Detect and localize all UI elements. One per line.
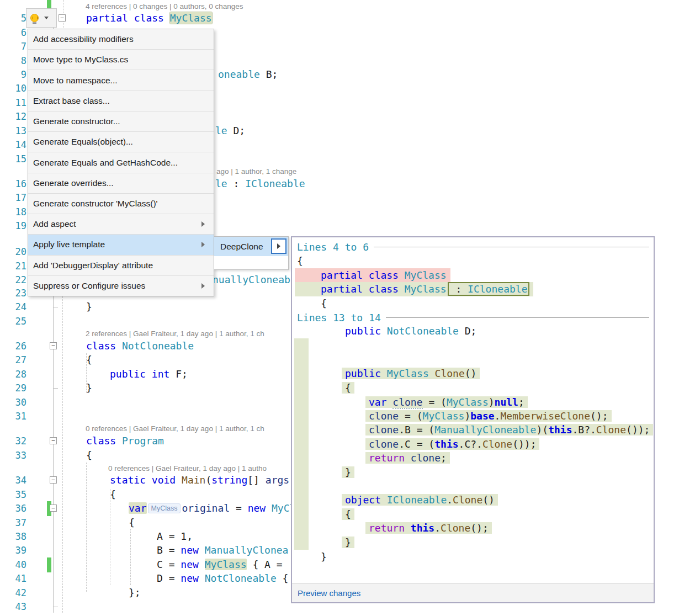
submenu-item-label: DeepClone [220, 242, 263, 252]
code-token: .C?. [459, 438, 482, 450]
codelens-info[interactable]: 0 references | Gael Fraiteur, 1 day ago … [108, 463, 267, 474]
menu-item-generate-overrides[interactable]: Generate overrides... [28, 173, 214, 193]
code-line: { [129, 516, 135, 530]
fold-collapse-button[interactable]: − [50, 437, 57, 444]
code-token: this [411, 522, 434, 534]
diff-section-label: Lines 4 to 6 [297, 241, 369, 253]
line-number: 29 [0, 381, 26, 395]
code-token: new [181, 559, 204, 570]
line-number: 19 [0, 219, 26, 233]
line-number: 14 [0, 137, 26, 152]
code-token: () [465, 368, 477, 379]
code-token: this [434, 438, 458, 450]
code-line: public int F; [110, 367, 188, 381]
diff-context-line: { [297, 254, 303, 268]
code-token: this [548, 424, 572, 436]
code-token: } [345, 466, 351, 478]
code-token: .B = ( [399, 424, 434, 436]
code-token: { [321, 298, 327, 309]
code-token: clone [369, 410, 399, 422]
code-token: D; [234, 125, 246, 136]
refactoring-preview-pane: Lines 4 to 6{partial class MyClasspartia… [291, 236, 655, 603]
menu-item-generate-constructor[interactable]: Generate constructor... [28, 111, 214, 131]
code-line: }; [129, 586, 141, 600]
code-token: } [321, 551, 327, 562]
code-token: Clone [482, 438, 512, 450]
code-line: oneable B; [218, 67, 278, 82]
menu-item-generate-equals-object[interactable]: Generate Equals(object)... [28, 131, 214, 152]
code-line: partial class MyClass [86, 11, 212, 25]
code-token: class [86, 340, 122, 352]
code-token: { [345, 508, 351, 520]
menu-item-generate-constructor-myclass[interactable]: Generate constructor 'MyClass()' [28, 193, 214, 214]
code-token: . [434, 522, 441, 534]
diff-added-line: } [345, 535, 354, 550]
menu-item-suppress-or-configure-issues[interactable]: Suppress or Configure issues [28, 275, 214, 296]
line-number: 36 [0, 501, 26, 516]
menu-item-label: Extract base class... [33, 96, 110, 106]
indent-guide [110, 489, 110, 585]
code-token: . [495, 410, 501, 422]
codelens-info[interactable]: 0 references | Gael Fraiteur, 1 day ago … [86, 423, 264, 434]
diff-added-line: var clone = (MyClass)null; [369, 395, 528, 410]
menu-item-extract-base-class[interactable]: Extract base class... [28, 91, 214, 111]
fold-collapse-button[interactable]: − [50, 476, 57, 484]
code-line: { [110, 487, 116, 502]
quick-actions-button[interactable] [26, 8, 57, 28]
codelens-info[interactable]: 4 references | 0 changes | 0 authors, 0 … [86, 1, 243, 12]
line-number: 42 [0, 586, 26, 600]
code-token: Program [122, 435, 164, 447]
menu-item-label: Apply live template [33, 240, 105, 249]
indent-guide [130, 529, 131, 585]
fold-collapse-button[interactable]: − [59, 14, 66, 22]
menu-item-label: Generate Equals and GetHashCode... [33, 158, 178, 168]
menu-item-apply-live-template[interactable]: Apply live template [28, 234, 214, 254]
code-line: class NotCloneable [86, 339, 194, 353]
code-token: return [369, 452, 411, 464]
menu-item-label: Generate constructor... [33, 116, 120, 126]
indent-guide [86, 463, 87, 592]
line-number: 17 [0, 190, 26, 205]
menu-item-add-debuggerdisplay-attribute[interactable]: Add 'DebuggerDisplay' attribute [28, 255, 214, 275]
indent-guide [62, 296, 63, 613]
code-token: return [369, 522, 411, 534]
line-number: 27 [0, 353, 26, 367]
line-number: 43 [0, 599, 26, 614]
code-token: = ( [423, 396, 447, 408]
menu-item-add-accessibility-modifiers[interactable]: Add accessibility modifiers [28, 29, 214, 49]
chevron-right-icon [201, 283, 205, 289]
code-token: )( [536, 424, 548, 436]
preview-changes-link[interactable]: Preview changes [298, 588, 360, 598]
code-token: ) [489, 396, 495, 408]
diff-added-line: object ICloneable.Clone() [345, 493, 498, 507]
code-token: static [110, 474, 152, 486]
code-line: } [86, 300, 92, 314]
codelens-info[interactable]: 2 references | Gael Fraiteur, 1 day ago … [86, 328, 264, 339]
menu-item-generate-equals-and-gethashcode[interactable]: Generate Equals and GetHashCode... [28, 152, 214, 172]
chevron-down-icon[interactable] [44, 17, 49, 19]
menu-item-move-type-to-myclass-cs[interactable]: Move type to MyClass.cs [28, 49, 214, 70]
fold-collapse-button[interactable]: − [50, 505, 57, 512]
menu-item-add-aspect[interactable]: Add aspect [28, 214, 214, 234]
code-token: { A = [247, 559, 283, 570]
code-token: class [369, 269, 405, 281]
code-token: D; [465, 325, 477, 337]
outline-scope-tick [53, 307, 58, 307]
code-token: MyClass [205, 559, 247, 570]
line-number: 38 [0, 529, 26, 544]
codelens-info[interactable]: ago | 1 author, 1 change [216, 166, 296, 177]
diff-added-line: clone.B = (ManuallyCloneable)(this.B?.Cl… [369, 423, 653, 437]
menu-item-move-to-namespace[interactable]: Move to namespace... [28, 70, 214, 90]
code-token: }; [129, 587, 141, 598]
code-token: object [345, 494, 387, 506]
code-token: .B?. [572, 424, 596, 436]
menu-item-label: Generate constructor 'MyClass()' [33, 199, 158, 209]
submenu-expand-button[interactable] [271, 238, 287, 254]
code-token: () [482, 494, 495, 506]
preview-footer: Preview changes [292, 583, 654, 602]
code-token: ) [464, 410, 470, 422]
code-token: { [283, 572, 289, 584]
code-line: { [86, 448, 92, 463]
line-number: 28 [0, 367, 26, 381]
fold-collapse-button[interactable]: − [50, 342, 57, 349]
